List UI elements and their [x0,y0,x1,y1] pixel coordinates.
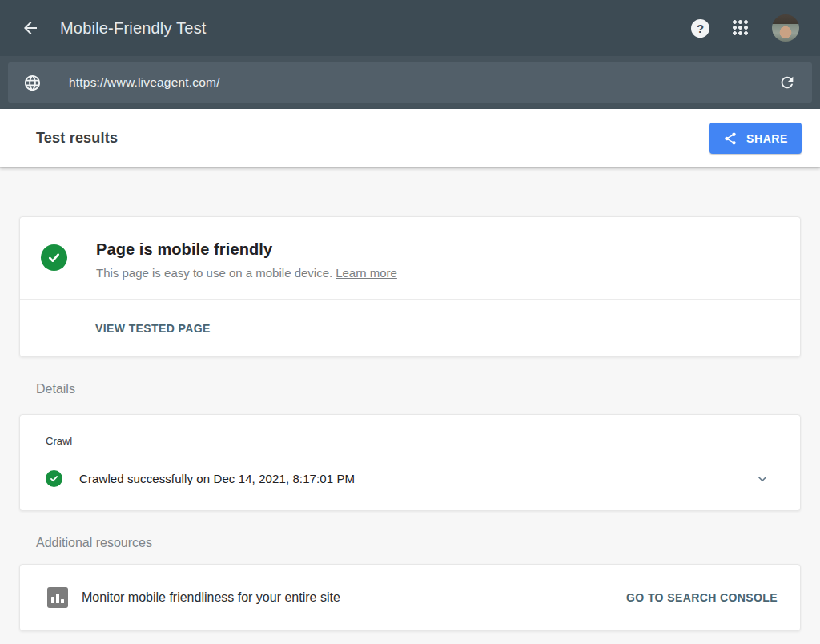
result-description-text: This page is easy to use on a mobile dev… [96,266,332,280]
details-section-label: Details [36,382,801,396]
result-status-section: Page is mobile friendly This page is eas… [20,217,800,299]
globe-icon [23,74,42,92]
help-icon[interactable]: ? [691,19,709,38]
url-text: https://www.liveagent.com/ [69,75,220,90]
url-input[interactable]: https://www.liveagent.com/ [8,62,812,103]
chevron-down-icon[interactable] [754,471,770,487]
appbar-actions: ? [691,14,799,42]
resource-row: Monitor mobile friendliness for your ent… [20,565,800,630]
back-arrow-icon[interactable] [21,18,40,38]
content-area: Page is mobile friendly This page is eas… [0,167,820,631]
result-status-text: Page is mobile friendly This page is eas… [96,240,397,280]
learn-more-link[interactable]: Learn more [336,266,397,280]
refresh-icon[interactable] [778,74,796,91]
url-bar: https://www.liveagent.com/ [0,56,820,109]
app-title: Mobile-Friendly Test [60,19,207,38]
crawl-section-label: Crawl [20,435,800,447]
app-header: Mobile-Friendly Test ? [0,0,820,56]
check-circle-icon [46,470,62,487]
go-to-search-console-button[interactable]: GO TO SEARCH CONSOLE [626,591,778,604]
resource-text: Monitor mobile friendliness for your ent… [82,590,340,605]
view-tested-page-button[interactable]: VIEW TESTED PAGE [95,322,211,335]
bar-chart-icon [47,587,68,608]
additional-resources-label: Additional resources [36,536,801,550]
share-icon [723,131,738,146]
crawl-status-row[interactable]: Crawled successfully on Dec 14, 2021, 8:… [20,447,800,510]
crawl-card: Crawl Crawled successfully on Dec 14, 20… [19,414,801,511]
results-bar: Test results SHARE [0,109,820,167]
check-circle-icon [41,244,67,271]
page-title: Test results [36,130,118,147]
result-title: Page is mobile friendly [96,240,397,259]
apps-grid-icon[interactable] [733,20,749,36]
user-avatar[interactable] [772,14,799,42]
result-card-footer: VIEW TESTED PAGE [20,300,800,356]
result-description: This page is easy to use on a mobile dev… [96,266,397,280]
resource-card: Monitor mobile friendliness for your ent… [19,564,801,631]
share-button[interactable]: SHARE [709,123,802,154]
result-card: Page is mobile friendly This page is eas… [19,216,801,357]
crawl-status-text: Crawled successfully on Dec 14, 2021, 8:… [79,472,355,485]
share-button-label: SHARE [746,132,788,145]
